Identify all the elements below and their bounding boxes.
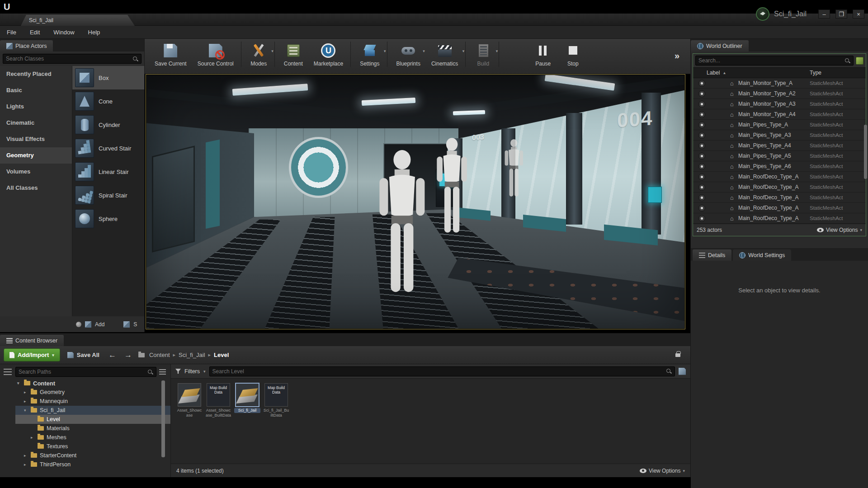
tree-folder-row[interactable]: Meshes (15, 433, 170, 442)
expander-icon[interactable] (24, 453, 28, 458)
filters-button[interactable]: Filters (184, 368, 200, 375)
visibility-eye-icon[interactable] (698, 174, 705, 180)
outliner-row[interactable]: ⌂ Main_RoofDeco_Type_A StaticMeshAct (693, 172, 866, 182)
toolbar-button[interactable]: Save Current (149, 42, 192, 67)
outliner-scrollbar[interactable] (864, 125, 867, 179)
asset-tile[interactable]: Asset_Showcase (176, 383, 203, 418)
restore-button[interactable]: ❐ (835, 9, 847, 19)
outliner-row[interactable]: ⌂ Main_Monitor_Type_A3 StaticMeshAct (693, 99, 866, 109)
outliner-settings-icon[interactable] (856, 57, 863, 65)
breadcrumb-label[interactable]: Sci_fi_Jail (179, 352, 205, 358)
viewport-3d[interactable]: 004 003 (146, 74, 685, 329)
tree-folder-row[interactable]: ThirdPerson (15, 460, 170, 469)
asset-thumbnail[interactable] (236, 383, 259, 407)
tree-scrollbar[interactable] (161, 380, 165, 457)
asset-tile[interactable]: Map Build Data Sci_fi_Jail_BuiltData (263, 383, 289, 418)
view-options-button[interactable]: View Options ▾ (817, 227, 862, 233)
outliner-row[interactable]: ⌂ Main_RoofDeco_Type_A StaticMeshAct (693, 192, 866, 203)
placeable-item[interactable]: Curved Stair (72, 136, 144, 160)
chevron-down-icon[interactable] (462, 49, 465, 53)
chevron-down-icon[interactable] (496, 49, 498, 53)
outliner-search-input[interactable] (698, 57, 844, 64)
chevron-down-icon[interactable] (384, 49, 386, 53)
outliner-row[interactable]: ⌂ Main_RoofDeco_Type_A StaticMeshAct (693, 182, 866, 192)
forward-button[interactable]: → (123, 351, 134, 360)
column-type[interactable]: Type (810, 70, 821, 76)
outliner-search[interactable] (695, 56, 854, 66)
search-assets-input[interactable] (212, 368, 666, 375)
menu-item[interactable]: Help (81, 29, 107, 36)
toolbar-button[interactable]: Pause (528, 42, 558, 67)
outliner-row[interactable]: ⌂ Main_Pipes_Type_A3 StaticMeshAct (693, 130, 866, 141)
minimize-button[interactable]: – (818, 9, 830, 19)
breadcrumb-item[interactable]: Level ▸ (214, 352, 229, 358)
expander-icon[interactable] (24, 408, 28, 413)
expander-icon[interactable] (24, 399, 28, 404)
visibility-eye-icon[interactable] (698, 101, 705, 108)
category-item[interactable]: Geometry (0, 147, 72, 164)
toolbar-button[interactable]: Blueprints (391, 42, 426, 67)
outliner-row[interactable]: ⌂ Main_Monitor_Type_A2 StaticMeshAct (693, 89, 866, 99)
visibility-eye-icon[interactable] (698, 132, 705, 139)
toolbar-button[interactable]: Source Control (192, 42, 241, 67)
toolbar-button[interactable]: Marketplace (308, 42, 351, 67)
asset-tile[interactable]: Sci_fi_Jail (234, 383, 260, 413)
project-tab[interactable]: Sci_fi_Jail (21, 15, 135, 26)
tree-folder-row[interactable]: Materials (15, 424, 170, 433)
visibility-eye-icon[interactable] (698, 142, 705, 149)
visibility-eye-icon[interactable] (698, 90, 705, 97)
chevron-down-icon[interactable] (423, 49, 425, 53)
save-all-button[interactable]: Save All (65, 352, 102, 358)
tree-folder-row[interactable]: Mannequin (15, 397, 170, 406)
paths-view-icon[interactable] (159, 369, 166, 375)
category-item[interactable]: Visual Effects (0, 131, 72, 147)
category-item[interactable]: Volumes (0, 164, 72, 180)
tree-folder-row[interactable]: Content (15, 379, 170, 388)
outliner-row[interactable]: ⌂ Main_RoofDeco_Type_A StaticMeshAct (693, 203, 866, 213)
outliner-row[interactable]: ⌂ Main_Pipes_Type_A6 StaticMeshAct (693, 161, 866, 172)
tab-place-actors[interactable]: Place Actors (0, 40, 53, 52)
paths-search[interactable] (15, 367, 156, 377)
placeable-item[interactable]: Cone (72, 89, 144, 113)
account-avatar[interactable] (756, 7, 769, 21)
breadcrumb-item[interactable]: Sci_fi_Jail ▸ (179, 352, 211, 358)
place-actors-search[interactable] (3, 54, 142, 64)
toolbar-button[interactable]: Cinematics (426, 42, 466, 67)
add-label[interactable]: Add (95, 321, 104, 328)
search-classes-input[interactable] (6, 56, 132, 62)
category-item[interactable]: All Classes (0, 180, 72, 196)
asset-thumbnail[interactable] (178, 383, 201, 407)
visibility-eye-icon[interactable] (698, 205, 705, 211)
toolbar-button[interactable]: Stop (558, 42, 588, 67)
asset-thumbnail[interactable]: Map Build Data (207, 383, 230, 407)
search-paths-input[interactable] (19, 369, 147, 375)
sources-toggle-icon[interactable] (4, 369, 12, 376)
visibility-eye-icon[interactable] (698, 153, 705, 160)
category-item[interactable]: Lights (0, 99, 72, 115)
menu-item[interactable]: Edit (23, 29, 47, 36)
placeable-item[interactable]: Linear Stair (72, 160, 144, 183)
tab-world-settings[interactable]: World Settings (733, 249, 791, 261)
outliner-row[interactable]: ⌂ Main_Pipes_Type_A5 StaticMeshAct (693, 151, 866, 161)
menu-item[interactable]: Window (47, 29, 81, 36)
lock-icon[interactable] (675, 353, 680, 357)
outliner-row[interactable]: ⌂ Main_Pipes_Type_A StaticMeshAct (693, 120, 866, 130)
toolbar-button[interactable]: Build (469, 42, 499, 67)
tree-folder-row[interactable]: Textures (15, 442, 170, 451)
visibility-eye-icon[interactable] (698, 215, 705, 222)
visibility-eye-icon[interactable] (698, 122, 705, 128)
expander-icon[interactable] (31, 435, 35, 440)
view-options-button[interactable]: View Options ▾ (640, 468, 685, 474)
expander-icon[interactable] (24, 462, 28, 467)
toolbar-button[interactable]: Content (278, 42, 308, 67)
expander-icon[interactable] (24, 390, 28, 394)
tree-folder-row[interactable]: StarterContent (15, 451, 170, 460)
back-button[interactable]: ← (107, 351, 118, 360)
tab-details[interactable]: Details (693, 249, 731, 261)
tree-folder-row[interactable]: Level (15, 415, 170, 424)
asset-search[interactable] (209, 366, 675, 376)
outliner-row[interactable]: ⌂ Main_Monitor_Type_A StaticMeshAct (693, 78, 866, 89)
expander-icon[interactable] (17, 381, 21, 385)
breadcrumb-item[interactable]: Content ▸ (149, 352, 175, 358)
visibility-eye-icon[interactable] (698, 194, 705, 201)
